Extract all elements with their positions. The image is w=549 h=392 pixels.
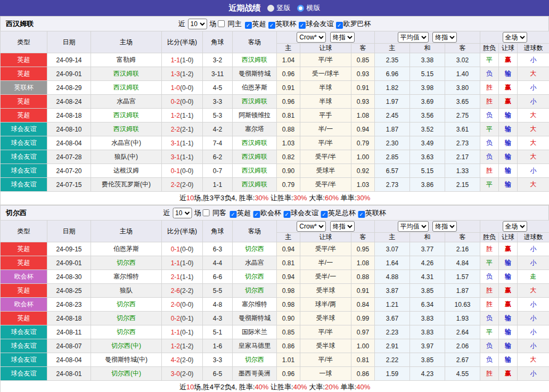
corner-cell: 0-7 <box>203 164 233 178</box>
checkbox-icon[interactable]: ✓ <box>268 22 275 29</box>
radio-vertical-label[interactable]: 竖版 <box>277 3 291 13</box>
handicap-line-cell: 受半球 <box>300 339 351 353</box>
handicap-line-cell: 受平/半 <box>300 178 351 192</box>
fulltime-score: 0-2 <box>171 98 180 105</box>
league-badge: 球会友谊 <box>1 164 47 178</box>
euro-away-odds-cell: 2.16 <box>445 242 480 256</box>
halftime-score: (1-0) <box>180 56 193 64</box>
bookmaker-select[interactable]: Crow* <box>297 221 326 232</box>
checkbox-icon[interactable]: ✓ <box>253 211 260 218</box>
handicap-odds-group: Crow* 终指 <box>277 220 375 233</box>
handicap-stage-select[interactable]: 终指 <box>330 221 355 232</box>
away-team-cell: 阿斯顿维拉 <box>233 109 277 123</box>
summary-cell: 近10场,胜3平3负4, 胜率:30% 让胜率:30% 大率:60% 单率:30… <box>1 192 549 205</box>
handicap-home-odds-cell: 1.03 <box>277 136 300 150</box>
euro-home-odds-cell: 2.73 <box>375 178 410 192</box>
match-date-cell: 24-08-23 <box>47 298 91 312</box>
score-cell: 2-0(0-0) <box>162 298 203 312</box>
scope-select[interactable]: 全场 <box>503 221 527 232</box>
result-goals-cell: 小 <box>518 164 549 178</box>
league-filter-label: 英超 <box>237 209 251 217</box>
column-header-result-wdl: 胜负 <box>480 233 499 242</box>
checkbox-icon[interactable]: ✓ <box>358 211 365 218</box>
corner-cell: 4-5 <box>203 81 233 95</box>
result-goals-cell: 小 <box>518 81 549 95</box>
handicap-line-cell: 半球 <box>300 95 351 109</box>
layout-radio-vertical[interactable]: 竖版 <box>267 3 291 13</box>
radio-selected-icon[interactable] <box>267 5 274 12</box>
score-cell: 1-3(1-2) <box>162 67 203 81</box>
match-row: 球会友谊24-07-28狼队(中)3-1(1-1)6-2西汉姆联0.82受平/半… <box>1 150 549 164</box>
radio-horizontal-label[interactable]: 横版 <box>307 3 321 13</box>
match-row: 球会友谊24-08-04曼彻斯特城(中)4-2(2-0)3-3切尔西1.01平/… <box>1 353 549 367</box>
league-filter[interactable]: ✓球会友谊 <box>299 20 334 28</box>
result-goals-cell: 小 <box>518 325 549 339</box>
league-filter[interactable]: ✓球会友谊 <box>283 209 318 217</box>
checkbox-icon[interactable]: ✓ <box>321 211 327 218</box>
euro-stage-select[interactable]: 终指 <box>432 32 457 43</box>
column-header-eu-home: 主 <box>375 44 410 53</box>
match-row: 球会友谊24-08-10西汉姆联2-2(2-1)4-2塞尔塔0.88半/一0.9… <box>1 123 549 136</box>
match-date-cell: 24-08-18 <box>47 109 91 123</box>
euro-draw-odds-cell: 3.86 <box>410 178 445 192</box>
euro-home-odds-cell: 3.87 <box>375 284 410 298</box>
checkbox-icon[interactable]: ✓ <box>245 22 252 29</box>
euro-draw-odds-cell: 4.23 <box>410 367 445 381</box>
league-filter[interactable]: ✓欧罗巴杯 <box>336 20 371 28</box>
result-goals-cell: 小 <box>518 312 549 325</box>
result-goals-cell: 走 <box>518 270 549 284</box>
handicap-line-cell: 受球半 <box>300 164 351 178</box>
match-count-select[interactable]: 10 <box>188 19 207 29</box>
match-count-select[interactable]: 10 <box>173 208 192 218</box>
euro-draw-odds-cell: 3.97 <box>410 339 445 353</box>
home-team-cell: 塞尔维特 <box>91 270 162 284</box>
euro-stage-select[interactable]: 终指 <box>432 221 457 232</box>
checkbox-icon[interactable]: ✓ <box>336 22 343 29</box>
scope-select[interactable]: 全场 <box>503 32 527 43</box>
result-wdl-cell: 胜 <box>480 242 499 256</box>
match-date-cell: 24-08-11 <box>47 325 91 339</box>
radio-unselected-icon[interactable] <box>297 5 304 12</box>
handicap-line-cell: 平手 <box>300 109 351 123</box>
euro-draw-odds-cell: 3.83 <box>410 312 445 325</box>
checkbox-icon[interactable]: ✓ <box>299 22 306 29</box>
handicap-home-odds-cell: 0.91 <box>277 81 300 95</box>
handicap-stage-select[interactable]: 终指 <box>330 32 355 43</box>
result-handicap-cell: 赢 <box>499 367 518 381</box>
euro-away-odds-cell: 2.06 <box>445 339 480 353</box>
handicap-away-odds-cell: 1.00 <box>351 150 375 164</box>
column-header-score: 比分(半场) <box>162 220 203 242</box>
league-filter[interactable]: ✓英超 <box>230 209 251 217</box>
summary-row: 近10场,胜3平3负4, 胜率:30% 让胜率:30% 大率:60% 单率:30… <box>1 192 549 205</box>
checkbox-icon[interactable]: ✓ <box>230 211 236 218</box>
handicap-line-cell: 平/半 <box>300 353 351 367</box>
league-filter[interactable]: ✓英联杯 <box>268 20 297 28</box>
score-cell: 3-1(1-1) <box>162 136 203 150</box>
average-odds-select[interactable]: 平均值 <box>398 221 429 232</box>
result-wdl-cell: 平 <box>480 325 499 339</box>
summary-segment: 大率: <box>307 194 325 202</box>
checkbox-icon[interactable]: ✓ <box>283 211 290 218</box>
title-bar: 近期战绩 竖版 横版 <box>0 0 549 16</box>
layout-radio-horizontal[interactable]: 横版 <box>297 3 321 13</box>
away-team-cell: 切尔西 <box>233 270 277 284</box>
fulltime-score: 0-2 <box>171 315 180 322</box>
venue-checkbox-icon[interactable] <box>202 209 209 216</box>
league-filter[interactable]: ✓欧会杯 <box>253 209 281 217</box>
league-filter-label: 英联杯 <box>276 20 297 28</box>
league-badge: 球会友谊 <box>1 136 47 150</box>
away-team-cell: 西汉姆联 <box>233 178 277 192</box>
venue-checkbox-icon[interactable] <box>218 20 225 27</box>
handicap-line-cell: 半/一 <box>300 256 351 270</box>
home-team-cell: 切尔西 <box>91 256 162 270</box>
column-header-ah-away: 客 <box>351 44 375 53</box>
average-odds-select[interactable]: 平均值 <box>398 32 429 43</box>
score-cell: 0-2(0-1) <box>162 312 203 325</box>
handicap-line-cell: 平/半 <box>300 325 351 339</box>
league-filter[interactable]: ✓英足总杯 <box>321 209 356 217</box>
fulltime-score: 1-2 <box>171 112 180 119</box>
result-handicap-cell: 赢 <box>499 53 518 67</box>
league-filter[interactable]: ✓英联杯 <box>358 209 386 217</box>
bookmaker-select[interactable]: Crow* <box>297 32 326 43</box>
league-filter[interactable]: ✓英超 <box>245 20 266 28</box>
